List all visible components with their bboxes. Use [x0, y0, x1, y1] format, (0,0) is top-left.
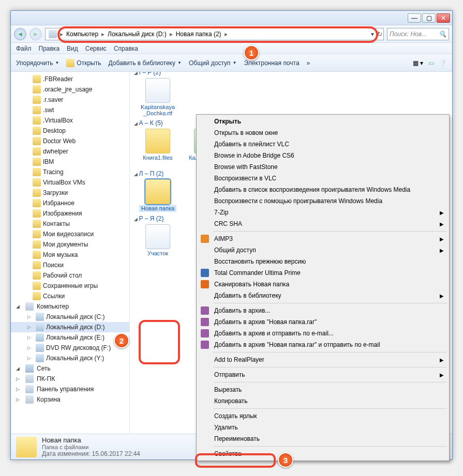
context-menu-item[interactable]: Добавить в библиотеку▶ [198, 290, 448, 301]
tree-computer[interactable]: ◢Компьютер [11, 301, 129, 312]
menu-file[interactable]: Файл [16, 45, 32, 52]
file-item[interactable]: Книга1.files [139, 129, 176, 167]
tree-folder[interactable]: Загрузки [11, 188, 129, 198]
tree-folder[interactable]: Ссылки [11, 291, 129, 301]
context-menu-item[interactable]: Добавить в архив и отправить по e-mail..… [198, 328, 448, 339]
context-menu-item[interactable]: Сканировать Новая папка [198, 279, 448, 290]
forward-button[interactable]: ► [29, 28, 42, 40]
refresh-icon[interactable]: ↻ [377, 30, 382, 38]
add-library-button[interactable]: Добавить в библиотеку▼ [108, 59, 181, 67]
menu-item-label: Browse with FastStone [214, 163, 278, 171]
nav-tree[interactable]: .FBReader.oracle_jre_usage.r.saver.swt.V… [11, 72, 130, 434]
address-dropdown-icon[interactable]: ▾ [371, 30, 374, 38]
tree-folder[interactable]: .oracle_jre_usage [11, 84, 129, 95]
minimize-button[interactable]: — [408, 13, 421, 23]
tree-drive[interactable]: ▷Локальный диск (E:) [11, 332, 129, 343]
share-button[interactable]: Общий доступ▼ [189, 59, 237, 67]
more-button[interactable]: » [307, 59, 310, 67]
breadcrumb-item[interactable]: Локальный диск (D:) [106, 30, 169, 38]
context-menu-item[interactable]: Add to RealPlayer▶ [198, 354, 448, 365]
open-button[interactable]: Открыть [66, 59, 101, 67]
tree-folder[interactable]: Мои документы [11, 239, 129, 250]
tree-folder[interactable]: .FBReader [11, 74, 129, 84]
file-item[interactable]: Kapitanskaya_Dochka.rtf [139, 78, 176, 116]
folder-icon [33, 209, 41, 218]
tree-folder[interactable]: Контакты [11, 219, 129, 229]
context-menu-item[interactable]: Общий доступ▶ [198, 244, 448, 256]
context-menu-item[interactable]: Восстановить прежнюю версию [198, 256, 448, 267]
category-icon [25, 395, 34, 404]
tree-folder[interactable]: Избранное [11, 198, 129, 208]
tree-folder[interactable]: .VirtualBox [11, 115, 129, 126]
context-menu-item[interactable]: Открыть [198, 116, 448, 127]
tree-folder[interactable]: Рабочий стол [11, 270, 129, 281]
context-menu-item[interactable]: Свойства [198, 448, 448, 459]
preview-pane-icon[interactable]: ▭ [428, 59, 434, 67]
close-button[interactable]: ✕ [437, 13, 450, 23]
context-menu-item[interactable]: Копировать [198, 395, 448, 407]
tree-folder[interactable]: Поиски [11, 260, 129, 270]
menu-tools[interactable]: Сервис [85, 45, 107, 52]
breadcrumb-item[interactable]: Новая папка (2) [174, 30, 223, 38]
organize-button[interactable]: Упорядочить▼ [16, 59, 59, 67]
context-menu-item[interactable]: Переименовать [198, 433, 448, 444]
breadcrumb-item[interactable]: Компьютер [64, 30, 100, 38]
context-menu-item[interactable]: Добавить в архив "Новая папка.rar" [198, 316, 448, 328]
tree-folder[interactable]: Сохраненные игры [11, 281, 129, 291]
context-menu-item[interactable]: Воспроизвести в VLC [198, 173, 448, 184]
tree-folder[interactable]: .swt [11, 105, 129, 115]
tree-drive[interactable]: ▷DVD RW дисковод (F:) [11, 343, 129, 353]
tree-folder[interactable]: Doctor Web [11, 136, 129, 146]
address-bar[interactable]: ▸ Компьютер ▸ Локальный диск (D:) ▸ Нова… [45, 28, 384, 40]
tree-folder[interactable]: dwhelper [11, 146, 129, 157]
tree-folder[interactable]: Мои видеозаписи [11, 229, 129, 239]
menu-item-label: Browse in Adobe Bridge CS6 [214, 152, 294, 159]
context-menu-item[interactable]: Browse with FastStone [198, 161, 448, 173]
tree-pc[interactable]: ▷ПК-ПК [11, 374, 129, 384]
tree-folder[interactable]: Изображения [11, 208, 129, 219]
context-menu-item[interactable]: CRC SHA▶ [198, 218, 448, 229]
context-menu-item[interactable]: Воспроизвести с помощью проигрывателя Wi… [198, 195, 448, 207]
context-menu-item[interactable]: Открыть в новом окне [198, 127, 448, 139]
context-menu-item[interactable]: Добавить в архив "Новая папка.rar" и отп… [198, 339, 448, 350]
tree-label: Локальный диск (C:) [46, 313, 105, 320]
view-icon[interactable]: ▦ ▾ [413, 59, 423, 67]
context-menu-item[interactable]: Удалить [198, 422, 448, 433]
context-menu-item[interactable]: Browse in Adobe Bridge CS6 [198, 150, 448, 161]
tree-network[interactable]: ◢Сеть [11, 363, 129, 374]
menu-item-label: Добавить в архив "Новая папка.rar" и отп… [214, 341, 380, 348]
tree-folder[interactable]: Tracing [11, 167, 129, 177]
tree-bin[interactable]: ▷Корзина [11, 394, 129, 405]
tree-folder[interactable]: IBM [11, 157, 129, 167]
email-button[interactable]: Электронная почта [244, 59, 299, 67]
tree-drive[interactable]: ▷Локальный диск (Y:) [11, 353, 129, 363]
context-menu-item[interactable]: Добавить в список воспроизведения проигр… [198, 184, 448, 195]
context-menu-item[interactable]: Отправить▶ [198, 369, 448, 380]
file-item[interactable]: Новая папка [139, 179, 176, 211]
context-menu-item[interactable]: Total Commander Ultima Prime [198, 267, 448, 279]
context-menu-item[interactable]: Добавить в плейлист VLC [198, 139, 448, 150]
context-menu-item[interactable]: AIMP3▶ [198, 233, 448, 244]
search-input[interactable]: Поиск: Нов... 🔍 [387, 28, 449, 40]
tree-folder[interactable]: VirtualBox VMs [11, 177, 129, 188]
group-header[interactable]: I – P (2) [132, 72, 450, 78]
menu-item-label: Копировать [214, 397, 248, 405]
tree-folder[interactable]: Desktop [11, 126, 129, 136]
tree-drive[interactable]: ▷Локальный диск (C:) [11, 312, 129, 322]
file-item[interactable]: Участок [139, 224, 176, 256]
tree-cpanel[interactable]: ▷Панель управления [11, 384, 129, 394]
back-button[interactable]: ◄ [14, 28, 26, 40]
context-menu-item[interactable]: Создать ярлык [198, 410, 448, 422]
menu-view[interactable]: Вид [67, 45, 78, 52]
context-menu-item[interactable]: Вырезать [198, 384, 448, 395]
menu-help[interactable]: Справка [114, 45, 138, 52]
tree-folder[interactable]: .r.saver [11, 95, 129, 105]
menu-edit[interactable]: Правка [39, 45, 60, 52]
context-menu-item[interactable]: Добавить в архив... [198, 305, 448, 316]
tree-drive[interactable]: ▷Локальный диск (D:) [11, 322, 129, 332]
help-icon[interactable]: ❔ [439, 59, 447, 67]
maximize-button[interactable]: ▢ [422, 13, 436, 23]
tree-label: Сеть [37, 365, 51, 372]
context-menu-item[interactable]: 7-Zip▶ [198, 207, 448, 218]
tree-folder[interactable]: Моя музыка [11, 250, 129, 260]
